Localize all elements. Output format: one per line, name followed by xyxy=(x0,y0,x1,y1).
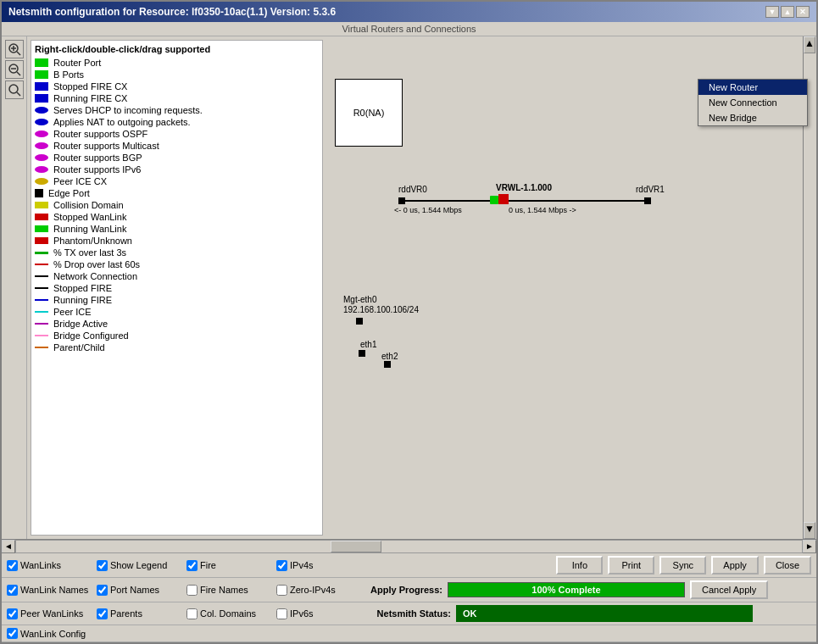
list-item: Stopped FIRE xyxy=(35,283,319,293)
running-fire-color xyxy=(35,299,48,301)
parents-checkbox-label[interactable]: Parents xyxy=(97,608,181,619)
legend-label: Running FIRE CX xyxy=(53,93,127,103)
ipv6s-checkbox[interactable] xyxy=(276,608,287,619)
mgt-eth0-ip: 192.168.100.106/24 xyxy=(343,305,419,314)
port-names-label: Port Names xyxy=(110,585,159,595)
scroll-thumb[interactable] xyxy=(331,541,381,552)
phantom-unknown-color xyxy=(35,237,48,244)
scroll-right-btn[interactable]: ► xyxy=(803,540,816,553)
list-item: Bridge Active xyxy=(35,319,319,329)
left-stats: <- 0 us, 1.544 Mbps xyxy=(394,206,462,214)
legend-label: Stopped WanLink xyxy=(53,212,126,222)
parent-child-color xyxy=(35,347,48,348)
fire-names-checkbox[interactable] xyxy=(186,585,198,596)
zoom-out-button[interactable] xyxy=(5,60,24,79)
zoom-in-button[interactable] xyxy=(5,40,24,58)
stopped-wanlink-color xyxy=(35,214,48,220)
netsmith-status-label: Netsmith Status: xyxy=(366,608,451,619)
eth2-node xyxy=(384,361,391,368)
router-multicast-color xyxy=(35,142,48,149)
network-canvas[interactable]: R0(NA) rddVR0 <- 0 us, 1.544 Mbps VRWL-1… xyxy=(326,36,816,539)
eth1-node xyxy=(359,350,365,357)
col-domains-checkbox[interactable] xyxy=(186,608,198,619)
show-legend-checkbox-label[interactable]: Show Legend xyxy=(97,560,181,571)
horizontal-scrollbar[interactable]: ◄ ► xyxy=(2,539,816,552)
wanlink-config-checkbox[interactable] xyxy=(7,628,18,639)
show-legend-label: Show Legend xyxy=(110,560,167,570)
scroll-up-btn[interactable]: ▲ xyxy=(804,36,815,53)
peer-wanlinks-checkbox[interactable] xyxy=(7,608,18,619)
info-button[interactable]: Info xyxy=(556,556,603,575)
list-item: Applies NAT to outgoing packets. xyxy=(35,117,319,127)
port-names-checkbox-label[interactable]: Port Names xyxy=(97,585,181,596)
zoom-fit-button[interactable] xyxy=(5,80,24,99)
wanlink-config-checkbox-label[interactable]: WanLink Config xyxy=(7,628,92,639)
wanlink-names-checkbox-label[interactable]: WanLink Names xyxy=(7,585,92,596)
fire-names-checkbox-label[interactable]: Fire Names xyxy=(186,585,271,596)
peer-wanlinks-checkbox-label[interactable]: Peer WanLinks xyxy=(7,608,92,619)
restore-button[interactable]: ▲ xyxy=(781,6,794,18)
legend-label: Stopped FIRE CX xyxy=(53,81,127,92)
ipv4s-checkbox-label[interactable]: IPv4s xyxy=(276,560,361,571)
list-item: Parent/Child xyxy=(35,342,319,353)
show-legend-checkbox[interactable] xyxy=(97,560,108,571)
context-menu-new-bridge[interactable]: New Bridge xyxy=(698,110,807,125)
fire-checkbox[interactable] xyxy=(186,560,198,571)
list-item: Peer ICE xyxy=(35,307,319,317)
close-button-bottom[interactable]: Close xyxy=(764,556,811,575)
eth1-label: eth1 xyxy=(360,340,376,349)
rddvr0-label: rddVR0 xyxy=(398,185,427,194)
legend-label: Edge Port xyxy=(48,188,90,198)
fire-checkbox-label[interactable]: Fire xyxy=(186,560,271,571)
drop-over-color xyxy=(35,264,48,265)
peer-ice-color xyxy=(35,311,48,313)
progress-bar-container: 100% Complete xyxy=(448,582,685,597)
ipv6s-checkbox-label[interactable]: IPv6s xyxy=(276,608,361,619)
sync-button[interactable]: Sync xyxy=(659,556,706,575)
link-line-left xyxy=(405,200,490,202)
zero-ipv4s-checkbox-label[interactable]: Zero-IPv4s xyxy=(276,585,361,596)
scroll-down-btn[interactable]: ▼ xyxy=(804,522,815,539)
list-item: Collision Domain xyxy=(35,200,319,210)
link-line-right xyxy=(509,200,644,202)
list-item: Router Port xyxy=(35,58,319,68)
left-toolbar xyxy=(2,36,27,539)
scroll-left-btn[interactable]: ◄ xyxy=(2,540,15,553)
wanlinks-checkbox[interactable] xyxy=(7,560,18,571)
col-domains-checkbox-label[interactable]: Col. Domains xyxy=(186,608,271,619)
minimize-button[interactable]: ▼ xyxy=(765,6,779,18)
serves-dhcp-color xyxy=(35,107,48,114)
list-item: Bridge Configured xyxy=(35,330,319,341)
title-bar-buttons: ▼ ▲ ✕ xyxy=(765,6,810,18)
canvas-area: Right-click/double-click/drag supported … xyxy=(2,36,816,539)
legend-label: Peer ICE xyxy=(53,307,92,317)
scroll-track[interactable] xyxy=(15,540,803,553)
parents-checkbox[interactable] xyxy=(97,608,108,619)
mgt-eth0-node xyxy=(356,318,363,325)
close-button[interactable]: ✕ xyxy=(796,6,810,18)
router-box[interactable]: R0(NA) xyxy=(335,79,403,147)
legend-label: Network Connection xyxy=(53,271,137,281)
cancel-apply-button[interactable]: Cancel Apply xyxy=(690,580,768,599)
ipv4s-checkbox[interactable] xyxy=(276,560,287,571)
list-item: Router supports IPv6 xyxy=(35,164,319,175)
context-menu-new-connection[interactable]: New Connection xyxy=(698,95,807,110)
mgt-eth0-label: Mgt-eth0 xyxy=(343,295,376,304)
router-bgp-color xyxy=(35,154,48,161)
zero-ipv4s-checkbox[interactable] xyxy=(276,585,287,596)
port-names-checkbox[interactable] xyxy=(97,585,108,596)
legend-label: Applies NAT to outgoing packets. xyxy=(53,117,191,127)
wanlinks-checkbox-label[interactable]: WanLinks xyxy=(7,560,92,571)
wanlink-names-checkbox[interactable] xyxy=(7,585,18,596)
context-menu: New Router New Connection New Bridge xyxy=(698,79,808,126)
legend-label: Running WanLink xyxy=(53,224,126,234)
context-menu-new-router[interactable]: New Router xyxy=(698,80,807,95)
legend-label: Router supports BGP xyxy=(53,153,142,163)
apply-button[interactable]: Apply xyxy=(711,556,759,575)
legend-label: Router supports OSPF xyxy=(53,129,147,139)
legend-label: Parent/Child xyxy=(53,342,105,353)
legend-label: Serves DHCP to incoming requests. xyxy=(53,105,203,115)
bottom-row4: WanLink Config xyxy=(2,625,816,642)
peer-ice-cx-color xyxy=(35,178,48,185)
print-button[interactable]: Print xyxy=(608,556,654,575)
